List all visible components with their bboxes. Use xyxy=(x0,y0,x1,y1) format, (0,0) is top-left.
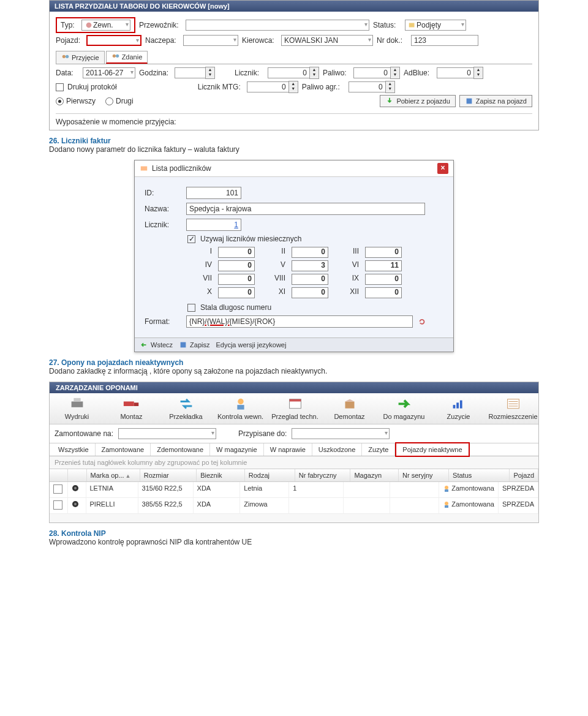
v-VIII[interactable]: 0 xyxy=(292,274,328,285)
zamont-dropdown[interactable] xyxy=(118,428,216,439)
pierwszy-radio[interactable] xyxy=(56,97,64,105)
status-dropdown[interactable]: Podjęty xyxy=(405,20,466,31)
godzina-value[interactable] xyxy=(175,67,205,78)
adblue-value[interactable]: 0 xyxy=(437,67,473,78)
row-checkbox[interactable] xyxy=(53,500,62,510)
v-III[interactable]: 0 xyxy=(365,247,402,258)
col-nrser[interactable]: Nr seryjny xyxy=(399,469,449,481)
svg-point-31 xyxy=(74,503,77,505)
spin-buttons[interactable]: ▲▼ xyxy=(385,81,395,93)
spin-buttons[interactable]: ▲▼ xyxy=(288,81,298,93)
nazwa-input[interactable]: Spedycja - krajowa xyxy=(186,203,425,215)
paliwo-value[interactable]: 0 xyxy=(353,67,390,78)
tb-przekladka[interactable]: Przekładka xyxy=(159,393,213,424)
drugi-radio[interactable] xyxy=(105,97,113,105)
v-II[interactable]: 0 xyxy=(292,247,328,258)
col-pojazd[interactable]: Pojazd xyxy=(510,469,538,481)
id-input[interactable]: 101 xyxy=(186,187,241,199)
paliwoagr-spinner[interactable]: 0▲▼ xyxy=(349,81,395,93)
tb-rozmieszczenie[interactable]: Rozmieszczenie xyxy=(486,393,540,424)
col-marka[interactable]: Marka op...▲ xyxy=(87,469,140,481)
edycja-button[interactable]: Edycja wersji jezykowej xyxy=(216,341,286,349)
svg-rect-17 xyxy=(345,402,354,409)
licznikmtg-spinner[interactable]: 0▲▼ xyxy=(247,81,298,93)
subtab-zdemontowane[interactable]: Zdemontowane xyxy=(151,443,210,456)
tb-demontaz[interactable]: Demontaz xyxy=(322,393,377,424)
licznik-spinner[interactable]: 0▲▼ xyxy=(268,67,319,79)
drukuj-checkbox[interactable] xyxy=(56,83,64,91)
subtab-uszkodzone[interactable]: Uszkodzone xyxy=(312,443,363,456)
table-row[interactable]: PIRELLI385/55 R22,5XDAZimowaZamontowanaS… xyxy=(50,498,538,514)
section-26: 26. Liczniki faktur Dodano nowy parametr… xyxy=(49,137,539,154)
data-input[interactable]: 2011-06-27 xyxy=(83,67,135,78)
dlg-zapisz-button[interactable]: Zapisz xyxy=(179,341,209,349)
tb-label: Zuzycie xyxy=(447,413,470,420)
tb-label: Do magazynu xyxy=(383,413,425,420)
dlg-licznik-input[interactable]: 1 xyxy=(186,219,241,231)
paliwoagr-value[interactable]: 0 xyxy=(349,81,385,92)
tb-domagazynu[interactable]: Do magazynu xyxy=(377,393,431,424)
svg-point-32 xyxy=(445,502,448,505)
table-row[interactable]: LETNIA315/60 R22,5XDALetnia1ZamontowanaS… xyxy=(50,482,538,498)
adblue-spinner[interactable]: 0▲▼ xyxy=(437,67,483,79)
v-IX[interactable]: 0 xyxy=(365,274,402,285)
col-rozmiar[interactable]: Rozmiar xyxy=(140,469,197,481)
col-status[interactable]: Status xyxy=(449,469,510,481)
v-XII[interactable]: 0 xyxy=(365,287,402,298)
kierowca-dropdown[interactable]: KOWALSKI JAN xyxy=(281,35,373,46)
tab-przyjecie[interactable]: Przyjęcie xyxy=(56,51,105,64)
col-nrfab[interactable]: Nr fabryczny xyxy=(295,469,351,481)
v-V[interactable]: 3 xyxy=(292,260,328,271)
col-icon xyxy=(68,469,86,481)
naczepa-dropdown[interactable] xyxy=(183,35,238,46)
col-check xyxy=(50,469,68,481)
zapisz-button[interactable]: Zapisz na pojazd xyxy=(459,95,532,107)
close-icon[interactable]: × xyxy=(437,163,448,174)
wstecz-button[interactable]: Wstecz xyxy=(140,341,173,349)
godzina-spinner[interactable]: ▲▼ xyxy=(175,67,215,79)
v-VII[interactable]: 0 xyxy=(218,274,255,285)
przyp-dropdown[interactable] xyxy=(292,428,390,439)
spin-buttons[interactable]: ▲▼ xyxy=(205,67,215,79)
v-VI[interactable]: 11 xyxy=(365,260,402,271)
pojazd-dropdown[interactable] xyxy=(86,35,141,46)
col-magazyn[interactable]: Magazyn xyxy=(350,469,399,481)
spin-buttons[interactable]: ▲▼ xyxy=(309,67,319,79)
m-IX: IX xyxy=(334,274,359,285)
subtab-zamontowane[interactable]: Zamontowane xyxy=(96,443,151,456)
stala-checkbox[interactable] xyxy=(187,304,195,312)
tb-wydruki[interactable]: Wydruki xyxy=(50,393,104,424)
tb-kontrola[interactable]: Kontrola wewn. xyxy=(213,393,268,424)
spin-buttons[interactable]: ▲▼ xyxy=(390,67,400,79)
col-rodzaj[interactable]: Rodzaj xyxy=(245,469,295,481)
cell-marka: PIRELLI xyxy=(86,498,138,513)
tb-montaz[interactable]: Montaz xyxy=(104,393,159,424)
tb-zuzycie[interactable]: Zuzycie xyxy=(431,393,486,424)
paliwo-spinner[interactable]: 0▲▼ xyxy=(353,67,400,79)
nazwa-label: Nazwa: xyxy=(145,205,181,213)
tb-przeglad[interactable]: Przeglad techn. xyxy=(268,393,322,424)
format-input[interactable]: {NR}/{WAL}/{MIES}/{ROK} xyxy=(186,315,413,328)
v-XI[interactable]: 0 xyxy=(292,287,328,298)
licznikmtg-value[interactable]: 0 xyxy=(247,81,288,92)
subtab-zuzyte[interactable]: Zuzyte xyxy=(362,443,395,456)
subtab-wnaprawie[interactable]: W naprawie xyxy=(264,443,312,456)
subtab-pojazdy-nieaktywne[interactable]: Pojazdy nieaktywne xyxy=(395,442,469,457)
v-X[interactable]: 0 xyxy=(218,287,255,298)
format-refresh-icon[interactable] xyxy=(418,317,426,326)
subtab-wszystkie[interactable]: Wszystkie xyxy=(52,443,96,456)
row-checkbox[interactable] xyxy=(53,484,62,494)
nrdok-input[interactable]: 123 xyxy=(411,35,478,46)
licznik-value[interactable]: 0 xyxy=(268,67,309,78)
col-bieznik[interactable]: Bieznik xyxy=(197,469,245,481)
typ-dropdown[interactable]: Zewn. xyxy=(81,20,130,31)
v-I[interactable]: 0 xyxy=(218,247,255,258)
m-III: III xyxy=(334,247,359,258)
przewoznik-dropdown[interactable] xyxy=(186,20,369,31)
uzywaj-checkbox[interactable]: ✓ xyxy=(187,235,195,243)
tab-zdanie[interactable]: Zdanie xyxy=(106,51,148,64)
spin-buttons[interactable]: ▲▼ xyxy=(473,67,483,79)
pobierz-button[interactable]: Pobierz z pojazdu xyxy=(380,95,455,107)
subtab-wmagazynie[interactable]: W magazynie xyxy=(210,443,264,456)
v-IV[interactable]: 0 xyxy=(218,260,255,271)
